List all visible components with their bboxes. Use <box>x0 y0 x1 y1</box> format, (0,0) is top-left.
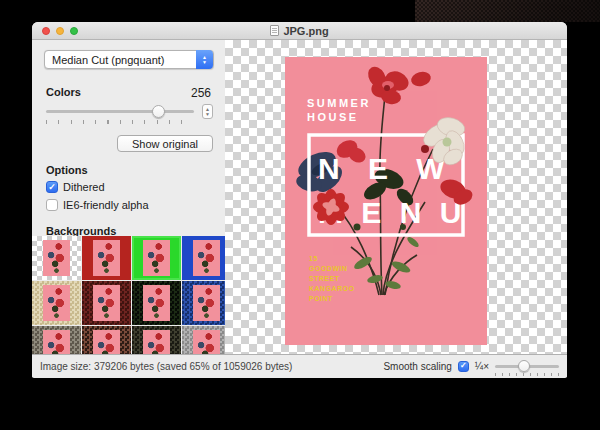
chevron-up-down-icon: ▲▼ <box>196 50 213 69</box>
smooth-scaling-checkbox[interactable] <box>458 361 469 372</box>
background-swatch[interactable] <box>132 281 181 325</box>
ie6-checkbox[interactable] <box>46 199 58 211</box>
screen: JPG.png Median Cut (pngquant) ▲▼ Colors … <box>0 0 600 430</box>
preview-canvas[interactable]: SUMMER HOUSE N E W M E N U <box>225 40 567 354</box>
show-original-button[interactable]: Show original <box>117 135 213 152</box>
options-label: Options <box>46 164 88 176</box>
background-swatch[interactable] <box>82 236 131 280</box>
dithered-label: Dithered <box>63 181 105 193</box>
ie6-label: IE6-friendly alpha <box>63 199 149 211</box>
titlebar[interactable]: JPG.png <box>32 22 567 40</box>
colors-stepper[interactable]: ▲▼ <box>202 104 213 119</box>
background-swatch[interactable] <box>182 236 231 280</box>
poster-address-line: GOODWIN <box>309 265 348 272</box>
minimize-button[interactable] <box>56 27 64 35</box>
zoom-slider[interactable] <box>495 360 559 372</box>
colors-slider[interactable] <box>46 105 194 117</box>
close-button[interactable] <box>42 27 50 35</box>
poster-thumbnail <box>143 240 170 276</box>
poster-address-line: KANGAROO <box>309 285 355 292</box>
background-window-fragment <box>415 0 600 22</box>
background-swatch[interactable] <box>32 281 81 325</box>
poster-thumbnail <box>93 285 120 321</box>
background-swatch[interactable] <box>182 281 231 325</box>
background-swatch[interactable] <box>82 281 131 325</box>
colors-slider-ticks <box>46 120 194 124</box>
background-swatch[interactable] <box>32 236 81 280</box>
algorithm-dropdown[interactable]: Median Cut (pngquant) ▲▼ <box>44 50 214 69</box>
background-swatch[interactable] <box>132 236 181 280</box>
colors-slider-thumb[interactable] <box>152 105 165 118</box>
poster-address-line: STREET <box>309 275 340 282</box>
ie6-checkbox-row[interactable]: IE6-friendly alpha <box>46 199 149 211</box>
sidebar: Median Cut (pngquant) ▲▼ Colors 256 ▲▼ S… <box>32 40 225 354</box>
poster-thumbnail <box>193 240 220 276</box>
poster-title-line1: SUMMER <box>307 97 371 109</box>
document-proxy-icon[interactable] <box>270 25 279 36</box>
zoom-level-label: ¼× <box>475 361 489 372</box>
colors-label: Colors <box>46 86 81 98</box>
image-size-status: Image size: 379206 bytes (saved 65% of 1… <box>40 361 292 372</box>
smooth-scaling-label: Smooth scaling <box>383 361 451 372</box>
poster-address-line: POINT <box>309 295 333 302</box>
poster-address-line: 15 <box>309 255 318 262</box>
background-swatch-grid <box>32 236 230 370</box>
colors-slider-track[interactable] <box>46 110 194 113</box>
poster-thumbnail <box>193 285 220 321</box>
zoom-slider-ticks <box>495 373 559 376</box>
imagealpha-window: JPG.png Median Cut (pngquant) ▲▼ Colors … <box>32 22 567 378</box>
poster-thumbnail <box>43 285 70 321</box>
dithered-checkbox-row[interactable]: Dithered <box>46 181 105 193</box>
status-bar: Image size: 379206 bytes (saved 65% of 1… <box>32 354 567 377</box>
dithered-checkbox[interactable] <box>46 181 58 193</box>
zoom-button[interactable] <box>70 27 78 35</box>
poster-thumbnail <box>143 285 170 321</box>
poster-title-line2: HOUSE <box>307 111 359 123</box>
window-title: JPG.png <box>283 25 328 37</box>
zoom-slider-thumb[interactable] <box>518 360 530 372</box>
poster-thumbnail <box>93 240 120 276</box>
traffic-lights <box>42 27 78 35</box>
poster-image: SUMMER HOUSE N E W M E N U <box>285 57 487 345</box>
colors-value: 256 <box>191 86 211 100</box>
poster-thumbnail <box>43 240 70 276</box>
algorithm-dropdown-value: Median Cut (pngquant) <box>52 54 165 66</box>
